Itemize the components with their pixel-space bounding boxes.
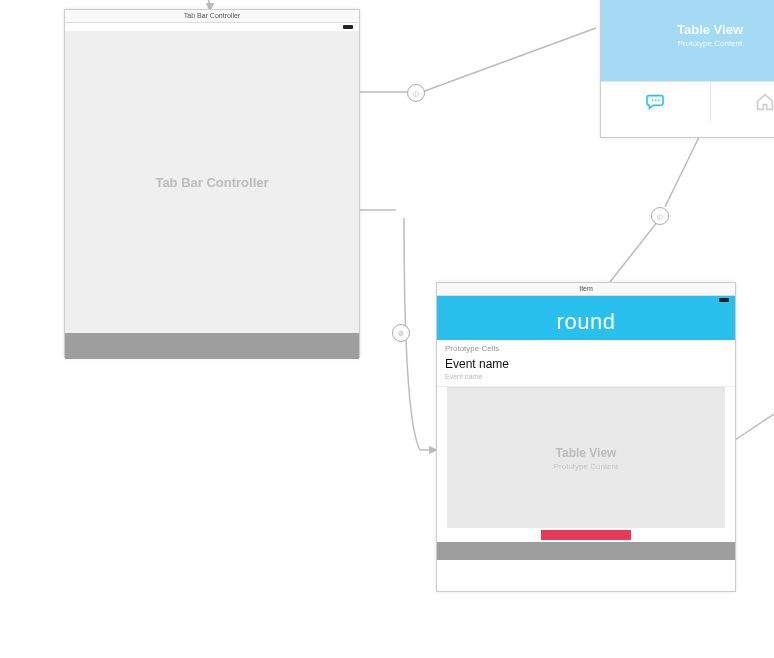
- scene-tab-bar-controller[interactable]: Tab Bar Controller Tab Bar Controller: [64, 9, 360, 358]
- tab-bar: [601, 81, 774, 122]
- scene-body: Tab Bar Controller: [65, 31, 359, 333]
- nav-title: round: [557, 309, 616, 335]
- battery-icon: [719, 298, 729, 302]
- table-view-placeholder: Table View Prototype Content: [601, 0, 774, 81]
- svg-point-1: [655, 100, 657, 102]
- table-view-sublabel: Prototype Content: [554, 462, 618, 471]
- scene-item[interactable]: Item round Prototype Cells Event name Ev…: [436, 282, 736, 592]
- cell-subtitle: Event name: [445, 373, 727, 380]
- svg-point-0: [652, 100, 654, 102]
- segue-glyph-tabbar-to-topright: ⦶: [407, 84, 425, 102]
- segue-glyph-topright-to-item: ⦶: [651, 207, 669, 225]
- table-view-sublabel: Prototype Content: [678, 39, 742, 48]
- cell-title: Event name: [445, 357, 727, 371]
- tab-chat[interactable]: [601, 82, 711, 122]
- table-view-placeholder: Table View Prototype Content: [447, 387, 725, 528]
- action-button-wrap: [437, 530, 735, 540]
- scene-title: Item: [437, 283, 735, 296]
- table-view-label: Table View: [556, 446, 617, 460]
- navigation-bar: round: [437, 304, 735, 340]
- segue-glyph-tabbar-to-item: ⊘: [392, 324, 410, 342]
- scene-title: Tab Bar Controller: [65, 10, 359, 23]
- svg-point-2: [658, 100, 660, 102]
- tab-home[interactable]: [711, 82, 775, 122]
- prototype-cells-header: Prototype Cells: [437, 340, 735, 355]
- status-bar: [437, 296, 735, 304]
- placeholder-label: Tab Bar Controller: [155, 175, 268, 190]
- table-view-label: Table View: [677, 22, 743, 37]
- battery-icon: [343, 25, 353, 29]
- chat-icon: [645, 94, 665, 110]
- bottom-bar: [437, 542, 735, 560]
- status-bar: [65, 23, 359, 31]
- action-button[interactable]: [541, 530, 631, 540]
- tab-bar[interactable]: [65, 333, 359, 359]
- scene-table-view-topright[interactable]: Table View Prototype Content: [600, 0, 774, 138]
- prototype-cell[interactable]: Event name Event name: [437, 355, 735, 387]
- home-icon: [755, 93, 774, 111]
